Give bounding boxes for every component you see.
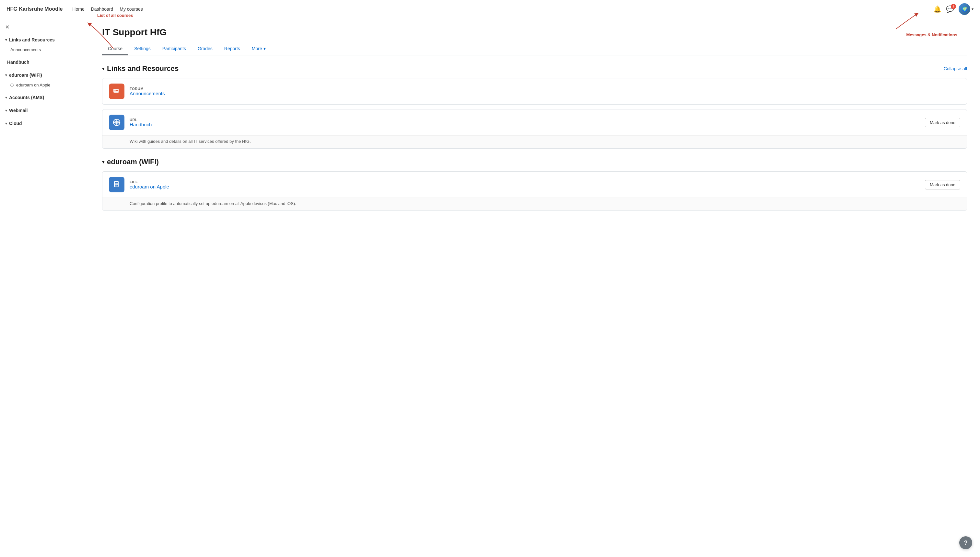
card-announcements: FORUM Announcements <box>102 78 967 104</box>
chevron-down-icon: ▾ <box>5 121 7 125</box>
nav-mycourses[interactable]: My courses <box>119 5 143 13</box>
sidebar-section-links-title[interactable]: ▾ Links and Resources <box>0 35 89 45</box>
chevron-section-icon[interactable]: ▾ <box>102 159 105 164</box>
top-nav: HFG Karlsruhe Moodle Home Dashboard My c… <box>0 0 980 18</box>
sidebar-section-eduroam: ▾ eduroam (WiFi) eduroam on Apple <box>0 70 89 90</box>
eduroam-apple-label: eduroam on Apple <box>16 83 51 88</box>
sidebar-section-handbuch: Handbuch <box>0 57 89 67</box>
eduroam-label: eduroam (WiFi) <box>9 73 42 78</box>
layout: ✕ ▾ Links and Resources Announcements Ha… <box>0 18 980 557</box>
tab-settings[interactable]: Settings <box>128 43 157 55</box>
card-eduroam-title[interactable]: eduroam on Apple <box>130 184 920 189</box>
url-icon <box>109 115 124 130</box>
card-eduroam-body: FILE eduroam on Apple <box>130 180 920 189</box>
tab-participants[interactable]: Participants <box>157 43 192 55</box>
accounts-label: Accounts (AMS) <box>9 95 44 100</box>
card-announcements-title[interactable]: Announcements <box>130 91 960 96</box>
sidebar-cloud-title[interactable]: ▾ Cloud <box>0 118 89 129</box>
forum-icon <box>109 83 124 99</box>
cloud-label: Cloud <box>9 121 22 126</box>
chevron-down-icon: ▾ <box>5 96 7 100</box>
sidebar-eduroam-title[interactable]: ▾ eduroam (WiFi) <box>0 70 89 80</box>
sidebar-handbuch-title[interactable]: Handbuch <box>0 57 89 67</box>
sidebar-section-cloud: ▾ Cloud <box>0 118 89 129</box>
card-handbuch: URL Handbuch Mark as done Wiki with guid… <box>102 109 967 149</box>
nav-right: 🔔 💬 5 🌍 ▾ <box>933 3 973 15</box>
card-handbuch-main: URL Handbuch Mark as done <box>103 109 967 135</box>
announcements-label: Announcements <box>10 47 41 52</box>
handbuch-label: Handbuch <box>7 60 29 65</box>
card-handbuch-title[interactable]: Handbuch <box>130 122 920 127</box>
sidebar-item-announcements[interactable]: Announcements <box>0 45 89 54</box>
mark-done-button-eduroam[interactable]: Mark as done <box>925 180 960 189</box>
brand-title: HFG Karlsruhe Moodle <box>7 6 62 12</box>
sidebar-item-eduroam-apple[interactable]: eduroam on Apple <box>0 80 89 90</box>
card-handbuch-body: URL Handbuch <box>130 118 920 127</box>
main-content: IT Support HfG Course Settings Participa… <box>89 18 980 557</box>
card-announcements-body: FORUM Announcements <box>130 87 960 96</box>
page-title: IT Support HfG <box>102 18 967 43</box>
mark-done-button-handbuch[interactable]: Mark as done <box>925 118 960 127</box>
nav-links: Home Dashboard My courses <box>72 5 933 13</box>
card-eduroam-type: FILE <box>130 180 920 184</box>
sidebar-section-accounts: ▾ Accounts (AMS) <box>0 92 89 103</box>
circle-icon <box>10 83 14 87</box>
avatar-chevron-icon: ▾ <box>972 7 973 11</box>
sidebar-section-links: ▾ Links and Resources Announcements <box>0 35 89 54</box>
section-links-label: Links and Resources <box>107 64 178 73</box>
sidebar-section-webmail: ▾ Webmail <box>0 105 89 116</box>
help-button[interactable]: ? <box>959 536 972 549</box>
svg-point-2 <box>115 90 116 91</box>
collapse-all-button[interactable]: Collapse all <box>944 66 967 71</box>
tab-course[interactable]: Course <box>102 43 128 55</box>
card-announcements-type: FORUM <box>130 87 960 91</box>
svg-point-4 <box>117 90 118 91</box>
user-avatar-wrapper[interactable]: 🌍 ▾ <box>959 3 973 15</box>
card-eduroam-apple: FILE eduroam on Apple Mark as done Confi… <box>102 171 967 211</box>
tab-grades[interactable]: Grades <box>192 43 219 55</box>
card-eduroam-main: FILE eduroam on Apple Mark as done <box>103 172 967 197</box>
sidebar-webmail-title[interactable]: ▾ Webmail <box>0 105 89 116</box>
file-icon <box>109 177 124 192</box>
card-announcements-main: FORUM Announcements <box>103 78 967 104</box>
section-links-title: ▾ Links and Resources <box>102 64 178 73</box>
notification-badge: 5 <box>951 4 956 9</box>
avatar: 🌍 <box>959 3 970 15</box>
chevron-down-icon: ▾ <box>5 38 7 42</box>
svg-point-3 <box>116 90 117 91</box>
webmail-label: Webmail <box>9 108 28 113</box>
tab-reports[interactable]: Reports <box>219 43 246 55</box>
card-eduroam-desc: Configuration profile to automatically s… <box>103 197 967 210</box>
section-eduroam-label: eduroam (WiFi) <box>107 158 159 166</box>
section-eduroam-header: ▾ eduroam (WiFi) <box>102 158 967 166</box>
section-links-header: ▾ Links and Resources Collapse all <box>102 64 967 73</box>
svg-rect-1 <box>115 92 119 93</box>
chevron-down-icon: ▾ <box>5 73 7 77</box>
sidebar-accounts-title[interactable]: ▾ Accounts (AMS) <box>0 92 89 103</box>
section-eduroam-title: ▾ eduroam (WiFi) <box>102 158 159 166</box>
course-tabs: Course Settings Participants Grades Repo… <box>102 43 967 55</box>
tab-more[interactable]: More ▾ <box>246 43 271 55</box>
chevron-down-icon: ▾ <box>5 109 7 113</box>
card-handbuch-desc: Wiki with guides and details on all IT s… <box>103 135 967 148</box>
chevron-section-icon[interactable]: ▾ <box>102 66 105 71</box>
card-handbuch-type: URL <box>130 118 920 122</box>
messages-icon[interactable]: 💬 5 <box>946 5 954 13</box>
nav-home[interactable]: Home <box>72 5 84 13</box>
nav-dashboard[interactable]: Dashboard <box>91 5 113 13</box>
sidebar-close-button[interactable]: ✕ <box>0 22 15 32</box>
sidebar: ✕ ▾ Links and Resources Announcements Ha… <box>0 18 89 557</box>
bell-icon[interactable]: 🔔 <box>933 5 941 13</box>
sidebar-links-label: Links and Resources <box>9 37 55 42</box>
